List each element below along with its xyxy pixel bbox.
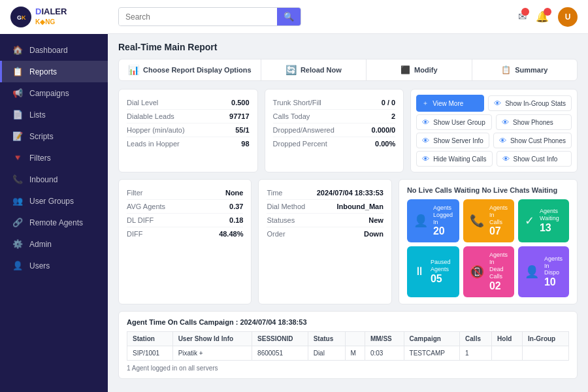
eye-icon: 👁	[422, 155, 429, 163]
choose-report-button[interactable]: 📊 Choose Report Display Options	[119, 59, 261, 80]
stats-grid-bottom: Filter None AVG Agents 0.37 DL DIFF 0.18…	[118, 179, 578, 304]
sidebar-item-label: Filters	[29, 154, 51, 163]
reports-icon: 📋	[12, 67, 23, 76]
svg-text:G: G	[17, 14, 22, 21]
search-button[interactable]: 🔍	[277, 8, 301, 25]
user-avatar[interactable]: U	[558, 7, 578, 27]
col-sessionid: SESSIONID	[252, 331, 308, 346]
actions-panel: ＋ View More 👁 Show In-Group Stats 👁 Show…	[410, 89, 578, 172]
sidebar-item-user-groups[interactable]: 👥 User Groups	[0, 190, 108, 212]
svg-text:K: K	[22, 14, 26, 21]
modify-icon: ⬛	[400, 65, 410, 74]
sidebar-item-remote-agents[interactable]: 🔗 Remote Agents	[0, 212, 108, 233]
sidebar-item-label: User Groups	[29, 197, 74, 206]
col-mmss: MM/SS	[365, 331, 404, 346]
action-row: 👁 Hide Waiting Calls 👁 Show Cust Info	[416, 151, 572, 167]
main-content: 🔍 ✉ 🔔 U Real-Time Main Report 📊 Choose R…	[108, 0, 588, 392]
sidebar-item-reports[interactable]: 📋 Reports	[0, 61, 108, 82]
summary-button[interactable]: 📋 Summary	[472, 59, 577, 80]
show-user-group-button[interactable]: 👁 Show User Group	[416, 114, 492, 130]
stat-row: Dropped/Answered 0.000/0	[273, 123, 396, 137]
stat-row: Filter None	[127, 186, 243, 200]
toolbar-btn-label: Reload Now	[301, 66, 342, 74]
sidebar-item-dashboard[interactable]: 🏠 Dashboard	[0, 39, 108, 61]
eye-icon: 👁	[502, 155, 510, 163]
stat-row: Calls Today 2	[273, 110, 396, 123]
sidebar-item-scripts[interactable]: 📝 Scripts	[0, 125, 108, 147]
cell-flag: M	[345, 346, 365, 360]
bottom-title: Agent Time On Calls Campaign : 2024/07/0…	[127, 318, 569, 326]
show-phones-button[interactable]: 👁 Show Phones	[496, 114, 572, 130]
cell-calls: 1	[460, 346, 492, 360]
show-cust-phones-button[interactable]: 👁 Show Cust Phones	[493, 133, 572, 148]
sidebar-item-users[interactable]: 👤 Users	[0, 255, 108, 276]
sidebar-item-inbound[interactable]: 📞 Inbound	[0, 169, 108, 190]
col-campaign: Campaign	[404, 331, 460, 346]
agents-dead-calls-card[interactable]: 📵 Agents In Dead Calls 02	[463, 246, 514, 297]
sidebar-item-admin[interactable]: ⚙️ Admin	[0, 233, 108, 255]
left-stats-panel-2: Filter None AVG Agents 0.37 DL DIFF 0.18…	[118, 179, 252, 304]
paused-agents-icon: ⏸	[414, 265, 425, 278]
sidebar-item-filters[interactable]: 🔻 Filters	[0, 147, 108, 169]
agents-waiting-card[interactable]: ✓ Agents Waiting 13	[518, 199, 569, 242]
agents-in-dispo-card[interactable]: 👤 Agents In Dispo 10	[518, 246, 569, 297]
show-ingroup-stats-button[interactable]: 👁 Show In-Group Stats	[488, 95, 572, 111]
stat-row: Dropped Percent 0.00%	[273, 137, 396, 150]
inbound-icon: 📞	[12, 174, 23, 184]
mid-stats-panel-2: Time 2024/07/04 18:33:53 Dial Method Inb…	[258, 179, 391, 304]
agent-cards-grid: 👤 Agents Logged In 20 📞 Agents In Calls …	[407, 199, 569, 297]
mid-stats-panel: Trunk Short/Fill 0 / 0 Calls Today 2 Dro…	[265, 89, 404, 172]
campaigns-icon: 📢	[12, 88, 23, 98]
search-box: 🔍	[118, 7, 301, 26]
stat-row: DL DIFF 0.18	[127, 214, 243, 227]
paused-agents-card[interactable]: ⏸ Paused Agents 05	[407, 246, 459, 297]
hide-waiting-calls-button[interactable]: 👁 Hide Waiting Calls	[416, 151, 492, 167]
agents-logged-in-card[interactable]: 👤 Agents Logged In 20	[407, 199, 459, 242]
sidebar-item-campaigns[interactable]: 📢 Campaigns	[0, 82, 108, 104]
live-status: No Live Calls Waiting No Live Chats Wait…	[407, 186, 569, 194]
col-in-group: In-Group	[523, 331, 569, 346]
stat-row: Trunk Short/Fill 0 / 0	[273, 96, 396, 110]
sidebar-item-label: Inbound	[29, 175, 57, 184]
stat-row: DIFF 48.48%	[127, 227, 243, 240]
stat-row: AVG Agents 0.37	[127, 200, 243, 214]
col-flag	[345, 331, 365, 346]
stat-row: Dial Level 0.500	[127, 96, 250, 110]
sidebar-item-label: Reports	[29, 67, 57, 76]
search-input[interactable]	[119, 8, 277, 25]
bell-icon[interactable]: 🔔	[536, 10, 549, 23]
cell-in-group	[523, 346, 569, 360]
toolbar: 📊 Choose Report Display Options 🔄 Reload…	[118, 59, 578, 81]
agents-in-calls-card[interactable]: 📞 Agents In Calls 07	[463, 199, 514, 242]
sidebar: G K DIALERK◆NG 🏠 Dashboard 📋 Reports 📢 C…	[0, 0, 108, 392]
sidebar-item-label: Campaigns	[29, 89, 69, 98]
sidebar-item-label: Dashboard	[29, 46, 68, 55]
cell-hold	[492, 346, 523, 360]
action-row: 👁 Show Server Info 👁 Show Cust Phones	[416, 133, 572, 148]
sidebar-item-label: Admin	[29, 240, 52, 249]
header: 🔍 ✉ 🔔 U	[108, 0, 588, 34]
col-hold: Hold	[492, 331, 523, 346]
action-row: ＋ View More 👁 Show In-Group Stats	[416, 95, 572, 112]
logo-icon: G K	[10, 7, 31, 27]
cell-campaign: TESTCAMP	[404, 346, 460, 360]
cell-session: 8600051	[252, 346, 308, 360]
agent-logged-in-icon: 👤	[414, 214, 428, 228]
stat-row: Statuses New	[267, 214, 383, 227]
cell-mmss: 0:03	[365, 346, 404, 360]
sidebar-item-lists[interactable]: 📄 Lists	[0, 104, 108, 125]
mail-icon[interactable]: ✉	[518, 10, 527, 23]
eye-icon: 👁	[422, 137, 429, 144]
toolbar-btn-label: Modify	[414, 66, 437, 74]
left-stats-panel: Dial Level 0.500 Dialable Leads 97717 Ho…	[118, 89, 258, 172]
users-icon: 👤	[12, 261, 23, 270]
lists-icon: 📄	[12, 110, 23, 120]
show-cust-info-button[interactable]: 👁 Show Cust Info	[497, 151, 572, 167]
view-more-button[interactable]: ＋ View More	[416, 95, 484, 112]
reload-button[interactable]: 🔄 Reload Now	[261, 59, 367, 80]
modify-button[interactable]: ⬛ Modify	[367, 59, 472, 80]
page-title: Real-Time Main Report	[118, 42, 578, 52]
show-server-info-button[interactable]: 👁 Show Server Info	[416, 133, 489, 148]
sidebar-item-label: Scripts	[29, 132, 54, 141]
reload-icon: 🔄	[286, 65, 297, 75]
